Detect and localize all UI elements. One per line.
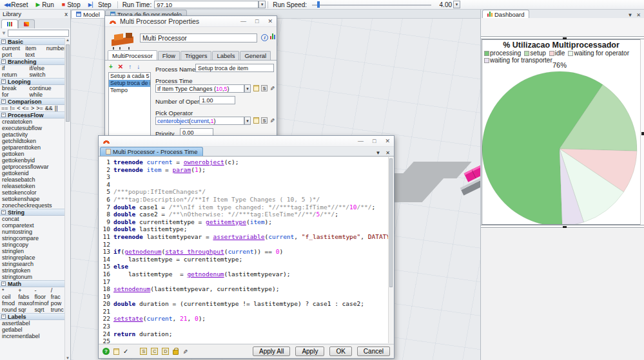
code-line[interactable]: 24return duration;	[99, 330, 388, 338]
library-item[interactable]: stringreplace	[0, 254, 65, 261]
library-item[interactable]: -	[33, 287, 49, 294]
library-tab-tools[interactable]	[18, 19, 35, 28]
library-item[interactable]: numtostring	[0, 229, 65, 235]
library-item[interactable]: stringcopy	[0, 242, 65, 248]
code-line[interactable]: 6/***tag:Description*//**If Item Type Ch…	[99, 196, 388, 204]
stats-icon[interactable]	[270, 34, 275, 39]
close-icon[interactable]: ✕	[385, 150, 390, 156]
edit-code-icon[interactable]	[253, 117, 259, 124]
library-item[interactable]: gettoken	[0, 151, 65, 157]
run-speed-dropdown[interactable]: ▼	[453, 1, 460, 8]
code-line[interactable]: 12	[99, 241, 388, 249]
library-item[interactable]: zonecheckrequests	[0, 202, 65, 209]
apply-all-button[interactable]: Apply All	[253, 346, 290, 356]
library-item[interactable]: maxof	[16, 300, 32, 307]
operators-input[interactable]: 1.00	[199, 96, 235, 104]
code-line[interactable]: 7double case1 = /**\nIf item type change…	[99, 204, 388, 211]
code-line[interactable]: 5/***popup:IfItemChanges*/	[99, 188, 388, 196]
library-section-header[interactable]: −Looping	[0, 78, 65, 85]
cancel-button[interactable]: Cancel	[357, 346, 390, 356]
conveyor[interactable]: ◄ Source3	[456, 145, 480, 203]
properties-tab-multiprocessor[interactable]: MultiProcessor	[108, 50, 157, 60]
collapse-icon[interactable]: −	[1, 59, 6, 64]
library-item[interactable]: frac	[49, 294, 65, 300]
run-time-field[interactable]: 97.10	[154, 1, 259, 8]
dropdown-icon[interactable]: ▼	[627, 12, 632, 18]
process-listbox[interactable]: Setup a cada 5 peçSetup troca de itemTem…	[108, 72, 151, 139]
stop-button[interactable]: ■ Stop	[58, 0, 84, 9]
library-item[interactable]: sqrt	[33, 307, 49, 313]
object-name-field[interactable]: Multi Processor	[140, 33, 257, 43]
move-up-icon[interactable]: ↑	[128, 63, 132, 70]
library-item[interactable]: number	[44, 45, 65, 52]
run-button[interactable]: ▶ Run	[32, 0, 57, 9]
library-item[interactable]: releasebatch	[0, 176, 65, 183]
toggle-d-icon[interactable]: D	[162, 348, 169, 355]
library-item[interactable]: getlabel	[0, 327, 65, 333]
code-line[interactable]: 17	[99, 278, 388, 286]
library-item[interactable]: releasetoken	[0, 183, 65, 189]
library-item[interactable]: >	[31, 105, 34, 111]
library-item[interactable]: switch	[27, 71, 65, 78]
minimize-icon[interactable]: —	[240, 18, 246, 24]
library-item[interactable]: settokenshape	[0, 196, 65, 202]
library-section-header[interactable]: −Comparison	[0, 98, 65, 105]
library-item[interactable]: round	[0, 307, 16, 313]
library-item[interactable]: fmod	[0, 300, 16, 307]
toggle-s-icon[interactable]: S	[140, 348, 147, 355]
library-item[interactable]: floor	[33, 294, 49, 300]
library-item[interactable]: comparetext	[0, 222, 65, 229]
code-line[interactable]: 11treenode lastitemtypevar = assertvaria…	[99, 233, 388, 241]
code-titlebar[interactable]: — □ ✕	[99, 136, 394, 147]
library-item[interactable]: ||	[55, 105, 58, 111]
code-line[interactable]: 21	[99, 308, 388, 316]
code-editor-area[interactable]: 1treenode current = ownerobject(c);2tree…	[99, 157, 388, 343]
library-item[interactable]: continue	[27, 85, 65, 91]
code-line[interactable]: 23	[99, 323, 388, 330]
run-speed-slider[interactable]	[312, 1, 431, 8]
code-line[interactable]: 18setnodenum(lastitemtypevar, currentite…	[99, 285, 388, 293]
library-item[interactable]: getprocessflowvar	[0, 164, 65, 170]
collapse-icon[interactable]: −	[1, 314, 6, 319]
collapse-icon[interactable]: −	[1, 39, 6, 44]
close-icon[interactable]: ✕	[385, 138, 390, 144]
library-item[interactable]: minof	[33, 300, 49, 307]
library-item[interactable]: gettokenbyid	[0, 157, 65, 164]
library-item[interactable]: createtoken	[0, 118, 65, 125]
toggle-c-icon[interactable]: C	[151, 348, 158, 355]
close-icon[interactable]: ✕	[636, 12, 641, 18]
info-icon[interactable]: i	[261, 34, 268, 41]
ok-button[interactable]: OK	[329, 346, 351, 356]
library-item[interactable]: gettokenid	[0, 170, 65, 176]
maximize-icon[interactable]: □	[255, 18, 259, 24]
code-line[interactable]: 14 lastitemtype = currentitemtype;	[99, 256, 388, 263]
template-icon[interactable]: S	[261, 117, 268, 124]
code-line[interactable]: 25	[99, 337, 388, 343]
sampler-icon[interactable]: ✎	[269, 118, 275, 123]
code-line[interactable]: 1treenode current = ownerobject(c);	[99, 158, 388, 166]
library-section-header[interactable]: −Branching	[0, 58, 65, 65]
pie-chart-panel[interactable]: % Utilizacao Multiprocessador processing…	[482, 39, 641, 225]
dashboard-edge-handle[interactable]	[640, 39, 644, 225]
delete-icon[interactable]: ✕	[118, 63, 123, 70]
code-line[interactable]: 20double duration = (currentitemtype != …	[99, 300, 388, 308]
library-item[interactable]: incrementlabel	[0, 333, 65, 339]
add-icon[interactable]: +	[109, 63, 113, 70]
collapse-icon[interactable]: −	[1, 281, 6, 286]
sampler-icon[interactable]: ✎	[182, 349, 188, 354]
library-item[interactable]: text	[23, 52, 44, 58]
run-time-dropdown[interactable]: ▼	[259, 1, 266, 8]
check-syntax-icon[interactable]: ✓	[123, 348, 128, 355]
maximize-icon[interactable]: □	[373, 138, 376, 144]
code-line[interactable]: 10double lastitemtype;	[99, 225, 388, 233]
library-section-header[interactable]: −Labels	[0, 313, 65, 320]
library-item[interactable]: <	[17, 105, 20, 111]
code-line[interactable]: 19	[99, 293, 388, 301]
help-icon[interactable]: ?	[102, 348, 110, 355]
scroll-up-icon[interactable]: ▲	[65, 38, 70, 42]
edit-code-icon[interactable]	[253, 85, 259, 91]
code-line[interactable]: 13if(getnodenum(stats_throughput(current…	[99, 248, 388, 256]
library-item[interactable]: stringcompare	[0, 235, 65, 242]
sampler-icon[interactable]: ✎	[269, 86, 275, 91]
code-line[interactable]: 15else	[99, 263, 388, 270]
